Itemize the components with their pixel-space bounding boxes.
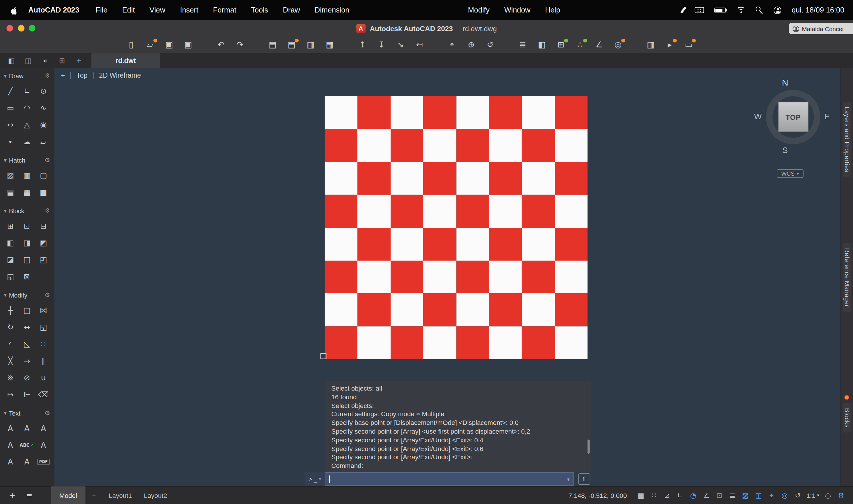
- circle-tool[interactable]: ⊙: [36, 86, 51, 96]
- annotation-visibility-toggle[interactable]: ◎: [780, 491, 789, 500]
- scale-text-tool[interactable]: A: [3, 456, 18, 467]
- lineweight-display-toggle[interactable]: ≣: [728, 491, 737, 500]
- stretch-tool[interactable]: ↔: [20, 322, 34, 332]
- zoom-window-button[interactable]: ⌖: [445, 38, 459, 51]
- align-tool[interactable]: ⊩: [20, 389, 34, 400]
- fillet-tool[interactable]: ◜: [3, 339, 18, 349]
- model-tab[interactable]: Model: [51, 486, 85, 504]
- object-snap-tracking-toggle[interactable]: ∠: [702, 491, 711, 500]
- region-tool[interactable]: ▱: [36, 136, 51, 147]
- hatch-tool[interactable]: ▨: [3, 170, 18, 181]
- palette-tab-blocks[interactable]: Blocks: [843, 403, 852, 433]
- viewcube-south[interactable]: S: [739, 145, 831, 155]
- construction-line-tool[interactable]: ↔: [3, 119, 18, 130]
- checker-cell[interactable]: [522, 228, 555, 260]
- edit-attribute-tool[interactable]: ◨: [20, 237, 34, 248]
- selection-cycling-toggle[interactable]: ◫: [754, 491, 763, 500]
- block-editor-tool[interactable]: ◧: [3, 237, 18, 248]
- export-dwf-button[interactable]: ↥: [356, 38, 370, 51]
- new-viewport-icon[interactable]: +: [7, 491, 17, 499]
- menu-draw[interactable]: Draw: [283, 6, 300, 14]
- battery-icon[interactable]: [714, 5, 726, 15]
- viewcube-top-face[interactable]: TOP: [778, 102, 809, 132]
- gear-icon[interactable]: ⚙: [45, 292, 50, 299]
- checker-cell[interactable]: [325, 293, 358, 326]
- open-file-button[interactable]: ▱: [143, 38, 157, 51]
- checker-cell[interactable]: [423, 293, 456, 326]
- checker-cell[interactable]: [489, 293, 522, 326]
- solid-fill-tool[interactable]: ■: [36, 187, 51, 197]
- attach-xref-button[interactable]: ↤: [412, 38, 426, 51]
- rotate-tool[interactable]: ↻: [3, 322, 18, 332]
- join-tool[interactable]: ∪: [36, 372, 51, 383]
- checker-cell[interactable]: [555, 129, 587, 162]
- checker-cell[interactable]: [325, 228, 358, 260]
- command-prompt-chip[interactable]: > _ ▾: [305, 472, 325, 486]
- superhatch-tool[interactable]: ▦: [20, 187, 34, 197]
- sheet-set-manager-button[interactable]: ▥: [643, 38, 658, 51]
- hatch-pattern-tool[interactable]: ▥: [20, 170, 34, 181]
- checker-cell[interactable]: [489, 228, 522, 260]
- checker-cell[interactable]: [489, 195, 522, 228]
- gradient-tool[interactable]: ▤: [3, 187, 18, 197]
- viewport-control-top[interactable]: Top: [76, 72, 88, 79]
- checker-cell[interactable]: [522, 260, 555, 293]
- snap-mode-toggle[interactable]: ∷: [650, 491, 658, 500]
- file-tabs-menu-icon[interactable]: ⊞: [56, 54, 69, 67]
- save-button[interactable]: ▣: [162, 38, 176, 51]
- disclosure-triangle-icon[interactable]: ▼: [4, 158, 7, 162]
- break-tool[interactable]: ⊘: [20, 372, 34, 383]
- point-tool[interactable]: ∙: [3, 136, 18, 147]
- menu-edit[interactable]: Edit: [122, 6, 135, 14]
- checker-cell[interactable]: [358, 293, 391, 326]
- revision-cloud-tool[interactable]: ☁: [20, 136, 34, 147]
- scale-tool[interactable]: ◱: [36, 322, 51, 332]
- undo-button[interactable]: ↶: [214, 38, 228, 51]
- close-window-button[interactable]: [6, 25, 13, 31]
- checker-cell[interactable]: [555, 228, 587, 260]
- create-block-tool[interactable]: ⊡: [20, 220, 34, 231]
- checker-cell[interactable]: [555, 162, 587, 195]
- disclosure-triangle-icon[interactable]: ▼: [4, 209, 7, 213]
- viewcube-east[interactable]: E: [824, 111, 830, 121]
- checker-cell[interactable]: [522, 162, 555, 195]
- disclosure-triangle-icon[interactable]: ▼: [4, 74, 7, 78]
- polyline-tool[interactable]: ∟: [20, 86, 34, 96]
- new-drawing-tab-icon[interactable]: +: [72, 54, 86, 67]
- checker-cell[interactable]: [325, 162, 358, 195]
- chamfer-tool[interactable]: ◺: [20, 339, 34, 349]
- checker-cell[interactable]: [555, 293, 587, 326]
- checker-cell[interactable]: [555, 195, 587, 228]
- export-pdf-button[interactable]: ↧: [374, 38, 388, 51]
- object-snap-toggle[interactable]: ⊡: [715, 491, 724, 500]
- move-tool[interactable]: ╋: [3, 305, 18, 316]
- display-settings-button[interactable]: ▭: [682, 38, 696, 51]
- viewport-control-+[interactable]: +: [61, 72, 65, 79]
- checker-cell[interactable]: [423, 260, 456, 293]
- mirror-tool[interactable]: ⋈: [36, 305, 51, 316]
- checker-cell[interactable]: [423, 326, 456, 359]
- spell-check-tool[interactable]: ABC✓: [20, 439, 34, 450]
- checker-cell[interactable]: [522, 326, 555, 359]
- command-input[interactable]: ▾: [325, 472, 574, 486]
- section-header-text[interactable]: ▼Text⚙: [0, 408, 54, 419]
- checker-cell[interactable]: [456, 228, 489, 260]
- checker-cell[interactable]: [358, 162, 391, 195]
- checker-cell[interactable]: [489, 260, 522, 293]
- gear-icon[interactable]: ⚙: [45, 157, 50, 164]
- explode-tool[interactable]: ※: [3, 372, 18, 383]
- import-file-button[interactable]: ↘: [393, 38, 407, 51]
- checker-cell[interactable]: [391, 260, 423, 293]
- overflow-chevron-icon[interactable]: »: [39, 54, 52, 67]
- manage-attributes-tool[interactable]: ◰: [36, 254, 51, 265]
- checker-cell[interactable]: [423, 162, 456, 195]
- checker-cell[interactable]: [489, 162, 522, 195]
- checker-cell[interactable]: [423, 195, 456, 228]
- checker-cell[interactable]: [358, 228, 391, 260]
- checkerboard-drawing[interactable]: [325, 96, 587, 359]
- search-icon[interactable]: [756, 5, 763, 15]
- menu-modify[interactable]: Modify: [468, 6, 489, 14]
- checker-cell[interactable]: [391, 326, 423, 359]
- gear-icon[interactable]: ⚙: [45, 72, 50, 79]
- checker-cell[interactable]: [423, 129, 456, 162]
